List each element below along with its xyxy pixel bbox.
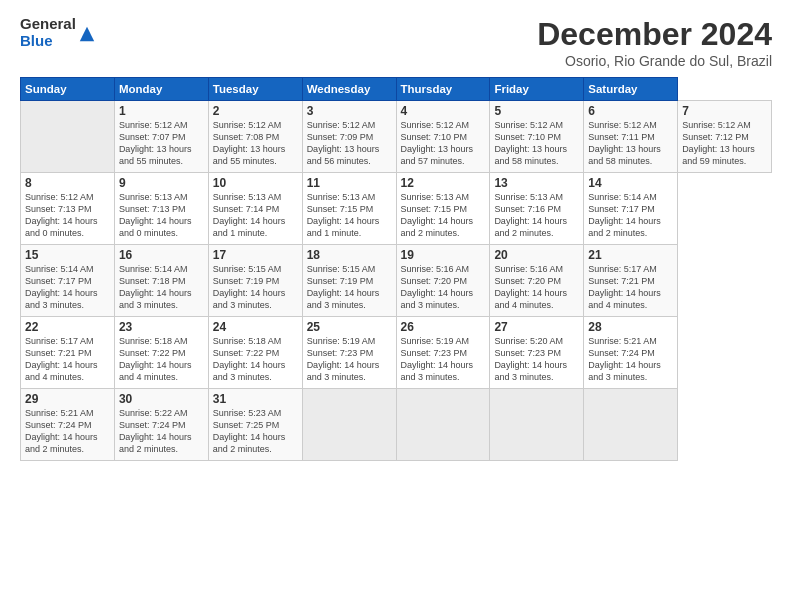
header: General Blue December 2024 Osorio, Rio G… (20, 16, 772, 69)
day-cell: 31Sunrise: 5:23 AM Sunset: 7:25 PM Dayli… (208, 389, 302, 461)
day-info: Sunrise: 5:17 AM Sunset: 7:21 PM Dayligh… (588, 263, 673, 312)
day-cell: 20Sunrise: 5:16 AM Sunset: 7:20 PM Dayli… (490, 245, 584, 317)
day-cell (21, 101, 115, 173)
month-title: December 2024 (537, 16, 772, 53)
day-info: Sunrise: 5:21 AM Sunset: 7:24 PM Dayligh… (25, 407, 110, 456)
day-cell: 18Sunrise: 5:15 AM Sunset: 7:19 PM Dayli… (302, 245, 396, 317)
day-number: 13 (494, 176, 579, 190)
day-info: Sunrise: 5:13 AM Sunset: 7:13 PM Dayligh… (119, 191, 204, 240)
day-number: 19 (401, 248, 486, 262)
day-cell: 7Sunrise: 5:12 AM Sunset: 7:12 PM Daylig… (678, 101, 772, 173)
day-number: 17 (213, 248, 298, 262)
day-cell: 21Sunrise: 5:17 AM Sunset: 7:21 PM Dayli… (584, 245, 678, 317)
logo-text: General Blue (20, 16, 76, 49)
day-number: 22 (25, 320, 110, 334)
day-info: Sunrise: 5:12 AM Sunset: 7:11 PM Dayligh… (588, 119, 673, 168)
day-info: Sunrise: 5:12 AM Sunset: 7:08 PM Dayligh… (213, 119, 298, 168)
day-cell: 19Sunrise: 5:16 AM Sunset: 7:20 PM Dayli… (396, 245, 490, 317)
day-info: Sunrise: 5:14 AM Sunset: 7:18 PM Dayligh… (119, 263, 204, 312)
day-number: 29 (25, 392, 110, 406)
day-number: 15 (25, 248, 110, 262)
location: Osorio, Rio Grande do Sul, Brazil (537, 53, 772, 69)
day-info: Sunrise: 5:17 AM Sunset: 7:21 PM Dayligh… (25, 335, 110, 384)
day-cell: 5Sunrise: 5:12 AM Sunset: 7:10 PM Daylig… (490, 101, 584, 173)
day-cell (584, 389, 678, 461)
day-info: Sunrise: 5:13 AM Sunset: 7:14 PM Dayligh… (213, 191, 298, 240)
day-number: 31 (213, 392, 298, 406)
day-info: Sunrise: 5:20 AM Sunset: 7:23 PM Dayligh… (494, 335, 579, 384)
day-info: Sunrise: 5:13 AM Sunset: 7:15 PM Dayligh… (307, 191, 392, 240)
logo-general: General (20, 16, 76, 33)
day-info: Sunrise: 5:23 AM Sunset: 7:25 PM Dayligh… (213, 407, 298, 456)
day-info: Sunrise: 5:12 AM Sunset: 7:07 PM Dayligh… (119, 119, 204, 168)
day-info: Sunrise: 5:12 AM Sunset: 7:13 PM Dayligh… (25, 191, 110, 240)
day-cell: 4Sunrise: 5:12 AM Sunset: 7:10 PM Daylig… (396, 101, 490, 173)
header-row: Sunday Monday Tuesday Wednesday Thursday… (21, 78, 772, 101)
day-info: Sunrise: 5:12 AM Sunset: 7:10 PM Dayligh… (401, 119, 486, 168)
day-info: Sunrise: 5:14 AM Sunset: 7:17 PM Dayligh… (588, 191, 673, 240)
day-number: 27 (494, 320, 579, 334)
calendar-header: Sunday Monday Tuesday Wednesday Thursday… (21, 78, 772, 101)
header-wednesday: Wednesday (302, 78, 396, 101)
day-info: Sunrise: 5:18 AM Sunset: 7:22 PM Dayligh… (119, 335, 204, 384)
week-row-0: 1Sunrise: 5:12 AM Sunset: 7:07 PM Daylig… (21, 101, 772, 173)
header-sunday: Sunday (21, 78, 115, 101)
calendar-body: 1Sunrise: 5:12 AM Sunset: 7:07 PM Daylig… (21, 101, 772, 461)
day-number: 30 (119, 392, 204, 406)
day-info: Sunrise: 5:14 AM Sunset: 7:17 PM Dayligh… (25, 263, 110, 312)
day-number: 24 (213, 320, 298, 334)
day-cell: 23Sunrise: 5:18 AM Sunset: 7:22 PM Dayli… (114, 317, 208, 389)
day-number: 23 (119, 320, 204, 334)
day-cell (302, 389, 396, 461)
week-row-3: 22Sunrise: 5:17 AM Sunset: 7:21 PM Dayli… (21, 317, 772, 389)
day-info: Sunrise: 5:16 AM Sunset: 7:20 PM Dayligh… (401, 263, 486, 312)
title-area: December 2024 Osorio, Rio Grande do Sul,… (537, 16, 772, 69)
day-cell: 11Sunrise: 5:13 AM Sunset: 7:15 PM Dayli… (302, 173, 396, 245)
week-row-1: 8Sunrise: 5:12 AM Sunset: 7:13 PM Daylig… (21, 173, 772, 245)
day-info: Sunrise: 5:21 AM Sunset: 7:24 PM Dayligh… (588, 335, 673, 384)
day-cell: 2Sunrise: 5:12 AM Sunset: 7:08 PM Daylig… (208, 101, 302, 173)
day-cell: 10Sunrise: 5:13 AM Sunset: 7:14 PM Dayli… (208, 173, 302, 245)
day-info: Sunrise: 5:15 AM Sunset: 7:19 PM Dayligh… (307, 263, 392, 312)
day-number: 20 (494, 248, 579, 262)
day-number: 26 (401, 320, 486, 334)
day-number: 18 (307, 248, 392, 262)
calendar-table: Sunday Monday Tuesday Wednesday Thursday… (20, 77, 772, 461)
day-info: Sunrise: 5:13 AM Sunset: 7:15 PM Dayligh… (401, 191, 486, 240)
day-number: 28 (588, 320, 673, 334)
day-info: Sunrise: 5:12 AM Sunset: 7:09 PM Dayligh… (307, 119, 392, 168)
day-cell: 26Sunrise: 5:19 AM Sunset: 7:23 PM Dayli… (396, 317, 490, 389)
header-monday: Monday (114, 78, 208, 101)
day-info: Sunrise: 5:12 AM Sunset: 7:10 PM Dayligh… (494, 119, 579, 168)
header-tuesday: Tuesday (208, 78, 302, 101)
day-cell (396, 389, 490, 461)
day-cell: 3Sunrise: 5:12 AM Sunset: 7:09 PM Daylig… (302, 101, 396, 173)
day-cell: 17Sunrise: 5:15 AM Sunset: 7:19 PM Dayli… (208, 245, 302, 317)
day-info: Sunrise: 5:13 AM Sunset: 7:16 PM Dayligh… (494, 191, 579, 240)
day-cell: 22Sunrise: 5:17 AM Sunset: 7:21 PM Dayli… (21, 317, 115, 389)
day-info: Sunrise: 5:16 AM Sunset: 7:20 PM Dayligh… (494, 263, 579, 312)
day-cell: 12Sunrise: 5:13 AM Sunset: 7:15 PM Dayli… (396, 173, 490, 245)
day-info: Sunrise: 5:18 AM Sunset: 7:22 PM Dayligh… (213, 335, 298, 384)
logo: General Blue (20, 16, 96, 49)
day-cell: 24Sunrise: 5:18 AM Sunset: 7:22 PM Dayli… (208, 317, 302, 389)
day-cell: 15Sunrise: 5:14 AM Sunset: 7:17 PM Dayli… (21, 245, 115, 317)
week-row-2: 15Sunrise: 5:14 AM Sunset: 7:17 PM Dayli… (21, 245, 772, 317)
day-info: Sunrise: 5:15 AM Sunset: 7:19 PM Dayligh… (213, 263, 298, 312)
day-cell: 27Sunrise: 5:20 AM Sunset: 7:23 PM Dayli… (490, 317, 584, 389)
day-cell: 9Sunrise: 5:13 AM Sunset: 7:13 PM Daylig… (114, 173, 208, 245)
day-number: 12 (401, 176, 486, 190)
day-number: 25 (307, 320, 392, 334)
header-thursday: Thursday (396, 78, 490, 101)
day-number: 3 (307, 104, 392, 118)
day-cell: 29Sunrise: 5:21 AM Sunset: 7:24 PM Dayli… (21, 389, 115, 461)
day-number: 21 (588, 248, 673, 262)
day-cell: 13Sunrise: 5:13 AM Sunset: 7:16 PM Dayli… (490, 173, 584, 245)
day-number: 11 (307, 176, 392, 190)
day-number: 14 (588, 176, 673, 190)
day-info: Sunrise: 5:19 AM Sunset: 7:23 PM Dayligh… (401, 335, 486, 384)
day-number: 9 (119, 176, 204, 190)
day-info: Sunrise: 5:12 AM Sunset: 7:12 PM Dayligh… (682, 119, 767, 168)
week-row-4: 29Sunrise: 5:21 AM Sunset: 7:24 PM Dayli… (21, 389, 772, 461)
day-number: 8 (25, 176, 110, 190)
